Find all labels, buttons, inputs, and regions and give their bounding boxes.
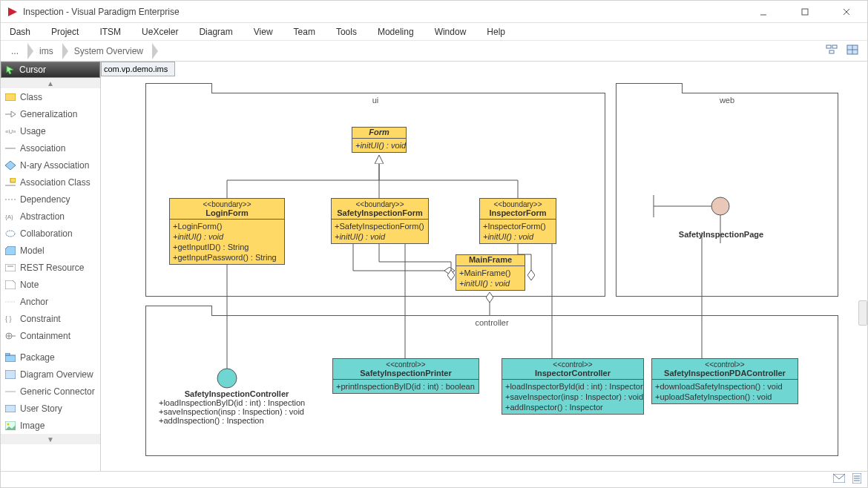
toolbar-diagram-icon[interactable] [826, 44, 838, 57]
mail-icon[interactable] [833, 474, 845, 485]
package-web-label: web [617, 96, 838, 105]
palette-tool[interactable]: Note [1, 276, 100, 293]
diagram-canvas[interactable]: ui web controller [101, 62, 867, 471]
class-loginform[interactable]: <<boundary>> LoginForm +LoginForm() +ini… [169, 198, 285, 265]
package-ui-label: ui [146, 96, 605, 105]
maximize-button[interactable] [790, 8, 820, 16]
palette-tool[interactable]: {A}Abstraction [1, 208, 100, 225]
package-controller-label: controller [146, 318, 838, 327]
menu-item[interactable]: Window [435, 27, 467, 37]
tool-label: User Story [20, 403, 62, 414]
app-logo-icon [7, 6, 19, 18]
palette-scroll-down[interactable]: ▼ [1, 434, 100, 444]
svg-rect-19 [5, 264, 16, 271]
svg-text:{ }: { } [5, 315, 12, 323]
menu-item[interactable]: View [254, 27, 273, 37]
status-bar [1, 471, 867, 487]
tool-icon [5, 386, 16, 397]
tool-icon [5, 143, 16, 154]
tool-label: Diagram Overview [20, 369, 93, 380]
class-safetyinspectionform[interactable]: <<boundary>> SafetyInspectionForm +Safet… [331, 198, 429, 244]
menu-item[interactable]: ITSM [99, 27, 121, 37]
svg-text:«U»: «U» [5, 128, 16, 135]
crumb[interactable]: System Overview [67, 43, 154, 59]
palette-tool[interactable]: Generic Connector [1, 383, 100, 400]
palette-tool[interactable]: Collaboration [1, 225, 100, 242]
tool-icon [5, 369, 16, 380]
tool-label: Containment [20, 331, 70, 341]
menu-item[interactable]: Diagram [199, 27, 232, 37]
svg-text:{A}: {A} [5, 214, 13, 220]
tool-icon [5, 160, 16, 171]
tool-label: Generalization [20, 109, 77, 119]
class-safetyinspectionpdacontroller[interactable]: <<control>> SafetyInspectionPDAControlle… [651, 358, 798, 404]
palette-tool[interactable]: Class [1, 88, 100, 105]
class-safetyinspectioncontroller[interactable]: SafetyInspectionController +loadInspecti… [159, 389, 315, 425]
menu-item[interactable]: Project [51, 27, 79, 37]
tool-icon [5, 194, 16, 205]
menu-item[interactable]: Team [294, 27, 315, 37]
palette-tool[interactable]: Package [1, 349, 100, 366]
palette-tool[interactable]: Containment [1, 327, 100, 344]
toolbar-grid-icon[interactable] [846, 44, 858, 57]
tool-icon [5, 228, 16, 239]
breadcrumb-bar: ... ims System Overview [1, 41, 867, 62]
tool-label: N-ary Association [20, 160, 89, 171]
package-web[interactable]: web [616, 93, 838, 297]
palette-tool[interactable]: Generalization [1, 105, 100, 122]
class-safetyinspectionprinter[interactable]: <<control>> SafetyInspectionPrinter +pri… [332, 358, 479, 394]
tool-icon [5, 403, 16, 414]
document-icon[interactable] [852, 473, 861, 486]
svg-rect-31 [5, 405, 16, 412]
palette-tool[interactable]: Diagram Overview [1, 366, 100, 383]
tool-icon: { } [5, 314, 16, 324]
palette-tool[interactable]: Anchor [1, 293, 100, 310]
minimize-button[interactable] [749, 8, 778, 16]
crumb[interactable]: ims [32, 43, 64, 59]
tool-label: Collaboration [20, 228, 73, 239]
class-mainframe[interactable]: MainFrame +MainFrame() +initUI() : void [456, 254, 525, 291]
tool-icon: {A} [5, 211, 16, 222]
tool-icon [5, 331, 16, 341]
package-field[interactable] [101, 62, 175, 76]
interface-safetyinspectionpage[interactable]: SafetyInspectionPage [662, 230, 780, 239]
class-inspectorform[interactable]: <<boundary>> InspectorForm +InspectorFor… [479, 198, 556, 244]
menu-item[interactable]: Tools [336, 27, 357, 37]
tool-icon [5, 177, 16, 188]
class-form[interactable]: Form +initUI() : void [352, 127, 407, 153]
menu-item[interactable]: Help [487, 27, 505, 37]
palette-tool[interactable]: «U»Usage [1, 122, 100, 139]
palette-tool[interactable]: Dependency [1, 191, 100, 208]
close-button[interactable] [832, 8, 861, 16]
menu-item[interactable]: Modeling [378, 27, 414, 37]
tool-palette: Cursor ▲ ClassGeneralization«U»UsageAsso… [1, 62, 101, 471]
window-title: Inspection - Visual Paradigm Enterprise [23, 7, 749, 17]
crumb[interactable]: ... [4, 43, 29, 59]
palette-tool[interactable]: Association [1, 139, 100, 156]
palette-tool[interactable]: Model [1, 242, 100, 259]
tool-label: Usage [20, 126, 46, 136]
tool-icon [5, 263, 16, 273]
side-panel-handle[interactable] [858, 300, 867, 326]
tool-icon [5, 109, 16, 119]
palette-tool[interactable]: { }Constraint [1, 310, 100, 327]
tool-label: Constraint [20, 314, 61, 324]
menu-item[interactable]: UeXceler [142, 27, 178, 37]
tool-label: Note [20, 280, 39, 290]
palette-scroll-up[interactable]: ▲ [1, 78, 100, 88]
svg-rect-10 [5, 93, 16, 101]
cursor-tool[interactable]: Cursor [1, 62, 100, 78]
tool-label: Anchor [20, 297, 48, 307]
tool-label: REST Resource [20, 263, 84, 273]
tool-label: Class [20, 92, 42, 102]
palette-tool[interactable]: Association Class [1, 174, 100, 191]
palette-tool[interactable]: User Story [1, 400, 100, 417]
package-ui[interactable]: ui [145, 93, 605, 297]
palette-tool[interactable]: N-ary Association [1, 156, 100, 174]
svg-rect-14 [10, 178, 16, 182]
menu-item[interactable]: Dash [10, 27, 30, 37]
class-inspectorcontroller[interactable]: <<control>> InspectorController +loadIns… [502, 358, 644, 415]
palette-tool[interactable]: Image [1, 417, 100, 434]
tool-icon [5, 245, 16, 256]
palette-tool[interactable]: REST Resource [1, 259, 100, 276]
